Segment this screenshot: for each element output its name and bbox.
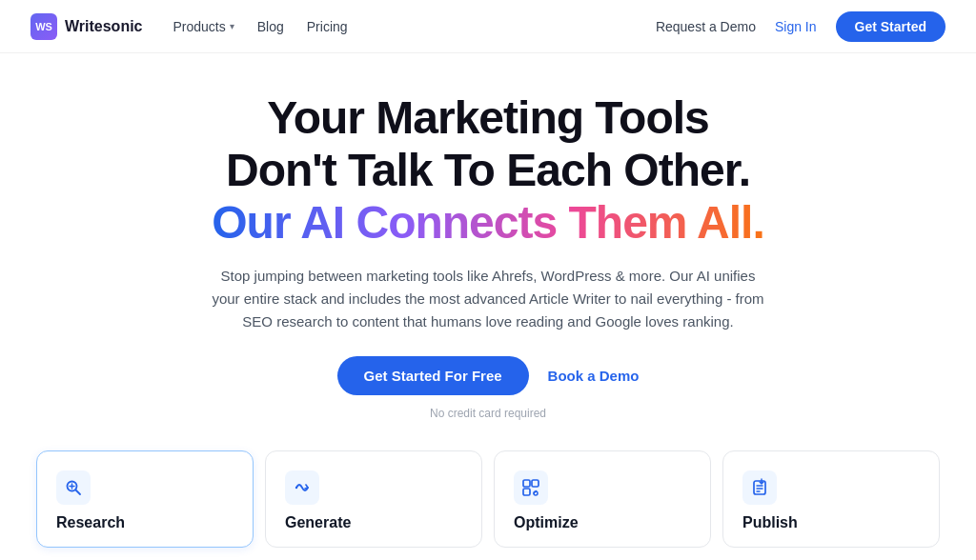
svg-rect-6 [532,480,539,487]
svg-rect-9 [754,481,765,494]
book-demo-link[interactable]: Book a Demo [548,368,640,384]
feature-label-research: Research [56,514,234,531]
nav-pricing[interactable]: Pricing [307,19,348,34]
feature-cards: Research Generate Optimize [0,450,976,548]
feature-card-research[interactable]: Research [36,450,254,548]
publish-icon-container [742,470,777,505]
logo-text: Writesonic [65,18,143,35]
logo-icon: WS [30,13,57,40]
feature-card-generate[interactable]: Generate [265,450,482,548]
search-icon [64,478,83,497]
feature-card-publish[interactable]: Publish [722,450,940,548]
hero-title-line2: Don't Talk To Each Other. [226,144,750,196]
nav-blog[interactable]: Blog [257,19,284,34]
request-demo-link[interactable]: Request a Demo [656,19,756,34]
research-icon-container [56,470,91,505]
svg-point-4 [295,486,297,488]
feature-label-optimize: Optimize [514,514,691,531]
nav-products-label: Products [173,19,226,34]
svg-rect-7 [523,489,530,495]
logo[interactable]: WS Writesonic [30,13,143,40]
publish-icon [750,478,769,497]
feature-label-publish: Publish [742,514,920,531]
hero-description: Stop jumping between marketing tools lik… [212,265,764,333]
navbar-right: Request a Demo Sign In Get Started [656,11,946,42]
optimize-icon [521,478,540,497]
svg-rect-5 [523,480,530,487]
chevron-down-icon: ▾ [230,21,234,31]
svg-line-1 [76,490,81,494]
optimize-icon-container [514,470,548,505]
navbar: WS Writesonic Products ▾ Blog Pricing Re… [0,0,976,53]
feature-label-generate: Generate [285,514,462,531]
nav-pricing-label: Pricing [307,19,348,34]
hero-section: Your Marketing Tools Don't Talk To Each … [0,53,976,439]
nav-links: Products ▾ Blog Pricing [173,19,348,34]
get-started-hero-button[interactable]: Get Started For Free [337,356,529,395]
no-credit-card-text: No credit card required [430,407,546,420]
svg-point-8 [534,491,538,495]
logo-initials: WS [35,21,52,32]
hero-buttons: Get Started For Free Book a Demo [337,356,640,395]
generate-icon-container [285,470,319,505]
sign-in-link[interactable]: Sign In [775,19,817,34]
hero-gradient-text: Our AI Connects Them All. [212,197,764,248]
nav-products[interactable]: Products ▾ [173,19,234,34]
nav-blog-label: Blog [257,19,284,34]
hero-title-line1: Your Marketing Tools [267,91,709,144]
get-started-nav-button[interactable]: Get Started [836,11,946,42]
navbar-left: WS Writesonic Products ▾ Blog Pricing [30,13,348,40]
generate-icon [293,478,312,497]
feature-card-optimize[interactable]: Optimize [494,450,711,548]
hero-title-line3: Our AI Connects Them All. [212,196,764,249]
